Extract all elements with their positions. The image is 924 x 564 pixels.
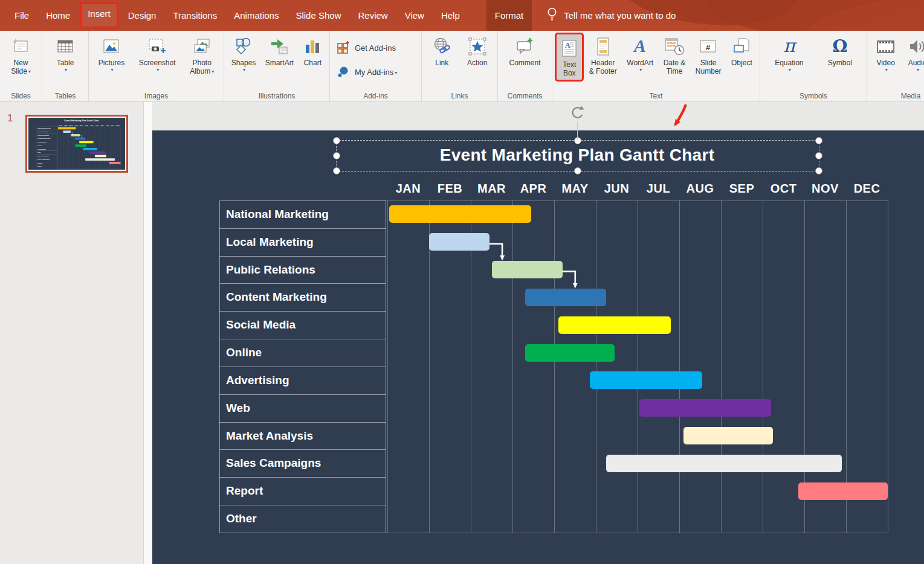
dropdown-caret: ▾ — [776, 68, 803, 72]
link-button[interactable]: Link — [428, 33, 455, 69]
dropdown-caret: ▾ — [140, 68, 176, 72]
menu-tab-format[interactable]: Format — [486, 0, 532, 31]
screenshot-button[interactable]: Screenshot▾ — [136, 33, 179, 74]
slide-canvas[interactable]: Event Marketing Plan Gantt ChartJANFEBMA… — [152, 102, 924, 564]
table-icon — [56, 34, 75, 59]
slide-number-button[interactable]: #SlideNumber — [693, 33, 725, 78]
task-label-other: Other — [219, 505, 386, 533]
chart-icon — [303, 34, 322, 59]
gantt-bar-advertising[interactable] — [590, 371, 702, 389]
ribbon-group-media: Video▾Audio▾RMedia — [867, 31, 924, 101]
gantt-bar-online[interactable] — [525, 344, 615, 362]
gantt-bar-local-marketing[interactable] — [63, 130, 71, 133]
gantt-bar-sales-campaigns[interactable] — [85, 158, 115, 161]
wordart-button[interactable]: AWordArt▾ — [624, 33, 656, 74]
gantt-bar-social-media[interactable] — [79, 141, 93, 144]
menu-tab-insert[interactable]: Insert — [80, 2, 118, 28]
chart-button[interactable]: Chart — [300, 33, 325, 69]
group-label-slides: Slides — [0, 92, 42, 100]
smartart-button[interactable]: SmartArt — [262, 33, 297, 69]
gantt-bar-online[interactable] — [75, 144, 86, 147]
chart-gridline — [721, 200, 722, 533]
svg-text:π: π — [783, 36, 797, 56]
table-button[interactable]: Table▾ — [53, 33, 78, 74]
dropdown-caret: ▾ — [628, 68, 653, 72]
slide-thumbnail-panel[interactable]: 1 Event Marketing Plan Gantt ChartJANFEB… — [0, 102, 144, 564]
menu-tab-home[interactable]: Home — [37, 0, 79, 31]
svg-text:A: A — [565, 41, 570, 50]
month-label-nov: NOV — [804, 179, 846, 198]
shapes-button[interactable]: Shapes▾ — [228, 33, 259, 74]
gantt-bar-national-marketing[interactable] — [389, 205, 531, 223]
photo-album-icon — [192, 34, 212, 59]
object-button[interactable]: Object — [728, 33, 755, 69]
tell-me-label: Tell me what you want to do — [564, 10, 676, 21]
svg-text:A: A — [633, 36, 646, 56]
month-label-jul: JUL — [89, 124, 95, 126]
gantt-bar-content-marketing[interactable] — [75, 138, 85, 140]
menu-tab-transitions[interactable]: Transitions — [164, 0, 225, 31]
new-slide-button[interactable]: NewSlide▾ — [8, 33, 34, 78]
gantt-bar-advertising[interactable] — [83, 148, 97, 150]
menu-tab-view[interactable]: View — [396, 0, 433, 31]
svg-text:Ω: Ω — [832, 36, 847, 56]
dropdown-caret: ▾ — [212, 69, 214, 74]
video-button[interactable]: Video▾ — [872, 33, 900, 74]
symbol-button[interactable]: ΩSymbol — [825, 33, 855, 69]
audio-button[interactable]: Audio▾ — [904, 33, 924, 74]
gantt-bar-market-analysis[interactable] — [95, 155, 106, 158]
menu-tab-review[interactable]: Review — [349, 0, 396, 31]
month-label-sep: SEP — [100, 124, 105, 126]
gantt-bar-report[interactable] — [109, 162, 121, 164]
dropdown-caret: ▾ — [395, 70, 397, 75]
action-button[interactable]: Action — [464, 33, 491, 69]
chart-gridline — [888, 200, 888, 533]
ribbon-group-images: Pictures▾Screenshot▾PhotoAlbum▾Images — [89, 31, 224, 101]
group-label-symbols: Symbols — [760, 92, 867, 100]
gantt-bar-public-relations[interactable] — [492, 261, 563, 278]
header-footer-button[interactable]: Header& Footer — [586, 33, 620, 78]
gantt-bar-social-media[interactable] — [558, 316, 671, 334]
menu-tab-slide-show[interactable]: Slide Show — [287, 0, 349, 31]
date-time-button[interactable]: Date &Time — [661, 33, 689, 78]
gantt-bar-national-marketing[interactable] — [58, 127, 76, 130]
menu-tab-help[interactable]: Help — [433, 0, 468, 31]
rotate-handle-icon[interactable] — [568, 104, 586, 122]
my-add-ins-button[interactable]: My Add-ins▾ — [336, 64, 415, 80]
pictures-button[interactable]: Pictures▾ — [95, 33, 128, 74]
photo-album-button[interactable]: PhotoAlbum▾ — [187, 33, 217, 78]
smartart-icon — [269, 34, 289, 59]
gantt-bar-market-analysis[interactable] — [683, 427, 773, 444]
slide-number-label: 1 — [7, 112, 13, 124]
task-label-web: Web — [219, 394, 386, 423]
task-label-social-media: Social Media — [219, 311, 386, 339]
month-label-aug: AUG — [94, 124, 100, 126]
dropdown-caret: ▾ — [100, 68, 124, 72]
ribbon: NewSlide▾SlidesTable▾TablesPictures▾Scre… — [0, 31, 924, 102]
menu-tab-animations[interactable]: Animations — [225, 0, 287, 31]
ribbon-group-illustrations: Shapes▾SmartArtChartIllustrations — [224, 31, 330, 101]
task-label-market-analysis: Market Analysis — [219, 422, 386, 450]
object-icon — [732, 34, 751, 59]
get-add-ins-button[interactable]: Get Add-ins — [336, 40, 415, 56]
comment-button[interactable]: Comment — [506, 33, 543, 69]
gantt-bar-local-marketing[interactable] — [429, 233, 489, 251]
menu-tab-file[interactable]: File — [6, 0, 37, 31]
menu-tab-design[interactable]: Design — [120, 0, 165, 31]
slide[interactable]: Event Marketing Plan Gantt ChartJANFEBMA… — [152, 130, 924, 564]
slide-1-thumbnail[interactable]: Event Marketing Plan Gantt ChartJANFEBMA… — [25, 115, 128, 173]
gantt-bar-report[interactable] — [798, 482, 888, 500]
screenshot-icon — [147, 34, 167, 59]
menu-tabs: FileHomeInsertDesignTransitionsAnimation… — [6, 0, 676, 31]
gantt-bar-web[interactable] — [89, 152, 106, 154]
gantt-bar-public-relations[interactable] — [71, 134, 80, 136]
gantt-bar-sales-campaigns[interactable] — [606, 455, 842, 472]
equation-button[interactable]: πEquation▾ — [772, 33, 806, 74]
gantt-bar-web[interactable] — [639, 399, 771, 417]
slide-title: Event Marketing Plan Gantt Chart — [336, 140, 818, 170]
text-box-button[interactable]: ATextBox — [557, 34, 582, 80]
group-label-text: Text — [552, 92, 760, 100]
tell-me-box[interactable]: Tell me what you want to do — [546, 7, 676, 24]
chart-gridline — [763, 200, 763, 533]
gantt-bar-content-marketing[interactable] — [525, 289, 607, 306]
